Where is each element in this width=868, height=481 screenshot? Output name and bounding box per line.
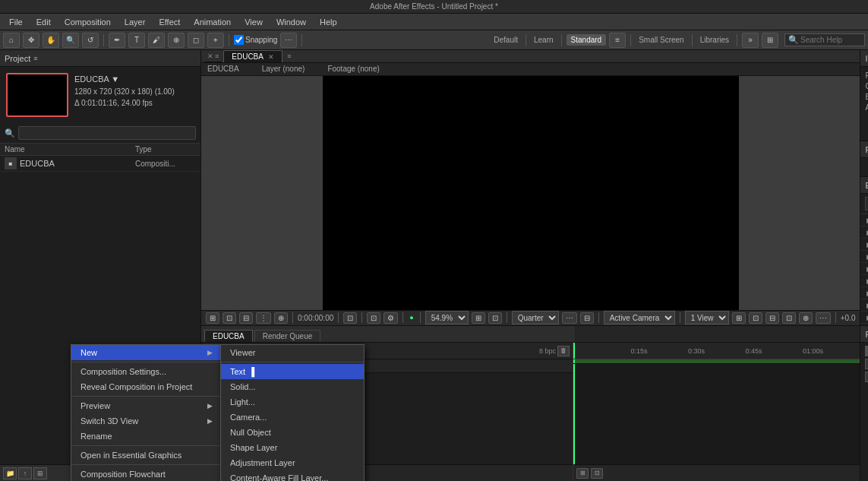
sub-viewer[interactable]: Viewer xyxy=(221,345,364,360)
ctrl-view-select[interactable]: 1 View xyxy=(685,311,729,324)
search-input[interactable] xyxy=(800,36,861,44)
ctrl-zoom-select[interactable]: 54.9% xyxy=(425,311,469,324)
ctrl-preview-btn[interactable]: ⊞ xyxy=(206,312,219,324)
ctrl-res-btn[interactable]: ⊡ xyxy=(488,312,502,324)
standard-label[interactable]: Standard xyxy=(567,34,607,46)
sub-null-object[interactable]: Null Object xyxy=(221,425,364,440)
toolbar-text-btn[interactable]: T xyxy=(128,33,145,48)
ctx-rename[interactable]: Rename xyxy=(71,429,222,444)
toolbar-magnet-btn[interactable]: ⋯ xyxy=(280,33,297,48)
menu-file[interactable]: File xyxy=(3,16,29,28)
import-btn[interactable]: ↑ xyxy=(18,467,32,479)
ctrl-snap-btn[interactable]: ⊕ xyxy=(274,312,288,324)
new-submenu[interactable]: Viewer Text ▌ Solid... Light... Camera..… xyxy=(220,344,365,481)
main-context-menu[interactable]: New ▶ Composition Settings... Reveal Com… xyxy=(71,344,223,481)
sub-shape-layer[interactable]: Shape Layer xyxy=(221,440,364,455)
tab-render-queue[interactable]: Render Queue xyxy=(254,330,321,342)
ctx-preview[interactable]: Preview ▶ xyxy=(71,398,222,413)
toolbar-rotate-btn[interactable]: ↺ xyxy=(82,33,99,48)
menu-animation[interactable]: Animation xyxy=(188,16,237,28)
indent-left-btn[interactable]: ⇤ xyxy=(865,359,868,369)
effect-item-3d[interactable]: ▶ 3D Channel xyxy=(860,226,868,239)
panel-menu-btn[interactable]: ≡ xyxy=(215,52,219,60)
toolbar-hand-btn[interactable]: ✋ xyxy=(43,33,59,48)
libraries-label[interactable]: Libraries xyxy=(697,36,732,44)
ctrl-fit-btn[interactable]: ⊞ xyxy=(472,312,485,324)
tbc-right-btn1[interactable]: ⊞ xyxy=(576,468,589,479)
ctrl-camera-btn[interactable]: ⊡ xyxy=(343,312,357,324)
comp-view-area[interactable] xyxy=(201,76,860,310)
effect-item-channel[interactable]: ▶ Channel xyxy=(860,275,868,287)
learn-label[interactable]: Learn xyxy=(531,36,557,44)
toolbar-ws-btn[interactable]: ≡ xyxy=(609,33,626,48)
sub-text[interactable]: Text ▌ xyxy=(221,364,364,379)
ctx-essential-graphics[interactable]: Open in Essential Graphics xyxy=(71,448,222,463)
toolbar-more-btn[interactable]: » xyxy=(742,33,759,48)
toolbar-move-btn[interactable]: ✥ xyxy=(23,33,39,48)
ctrl-region-btn[interactable]: ⊡ xyxy=(367,312,380,324)
toolbar-eraser-btn[interactable]: ◻ xyxy=(188,33,204,48)
ctrl-canvas-btn[interactable]: ⊟ xyxy=(765,312,779,324)
effect-item-cinema4d[interactable]: ▶ CINEMA 4D xyxy=(860,287,868,299)
ctx-reveal-comp[interactable]: Reveal Composition in Project xyxy=(71,379,222,394)
comp-tab-menu[interactable]: ≡ xyxy=(284,52,294,60)
effect-item-audio[interactable]: ▶ Audio xyxy=(860,239,868,251)
menu-view[interactable]: View xyxy=(238,16,269,28)
effect-item-blur[interactable]: ▶ Blur & Sharpen xyxy=(860,251,868,263)
ctrl-camera-select[interactable]: Active Camera xyxy=(604,311,675,324)
tc-trash-btn[interactable]: 🗑 xyxy=(557,346,570,356)
file-row[interactable]: ■ EDUCBA Compositi... xyxy=(0,156,200,172)
sub-adjustment-layer[interactable]: Adjustment Layer xyxy=(221,455,364,470)
ctrl-quality-select[interactable]: Quarter xyxy=(512,311,559,324)
ctrl-3d-btn[interactable]: ⊡ xyxy=(749,312,762,324)
effect-item-distort[interactable]: ▶ Distort xyxy=(860,312,868,324)
sub-content-aware[interactable]: Content-Aware Fill Layer... xyxy=(221,470,364,481)
comp-tab-educba[interactable]: EDUCBA ✕ xyxy=(223,50,282,62)
sub-light[interactable]: Light... xyxy=(221,394,364,410)
ctx-flowchart[interactable]: Composition Flowchart xyxy=(71,467,222,481)
toolbar-puppet-btn[interactable]: ⌖ xyxy=(207,33,224,48)
toolbar-zoom-btn[interactable]: 🔍 xyxy=(62,33,79,48)
align-left-btn[interactable]: ≡ xyxy=(865,346,868,356)
menu-window[interactable]: Window xyxy=(270,16,312,28)
comp-thumbnail[interactable] xyxy=(6,73,68,117)
ctx-new-item[interactable]: New ▶ xyxy=(71,345,222,360)
ctx-switch-3d[interactable]: Switch 3D View ▶ xyxy=(71,413,222,429)
comp-tab-close[interactable]: ✕ xyxy=(268,53,274,61)
menu-composition[interactable]: Composition xyxy=(58,16,117,28)
menu-layer[interactable]: Layer xyxy=(118,16,152,28)
toolbar-stamp-btn[interactable]: ⊕ xyxy=(168,33,185,48)
space-before-btn[interactable]: ↑ xyxy=(865,372,868,382)
effect-item-boris[interactable]: ▶ Boris FX Mocha xyxy=(860,263,868,275)
sub-solid[interactable]: Solid... xyxy=(221,379,364,394)
toolbar-pen-btn[interactable]: ✒ xyxy=(109,33,125,48)
ctx-comp-settings[interactable]: Composition Settings... xyxy=(71,364,222,379)
tab-educba[interactable]: EDUCBA xyxy=(204,330,253,342)
menu-edit[interactable]: Edit xyxy=(30,16,57,28)
effects-search-input[interactable] xyxy=(865,197,868,210)
ctrl-fast-btn[interactable]: ⋯ xyxy=(562,312,577,324)
ctrl-overlay-btn[interactable]: ⊟ xyxy=(239,312,253,324)
toolbar-ws-icon-btn[interactable]: ⊞ xyxy=(762,33,778,48)
ctrl-grid-btn[interactable]: ⊡ xyxy=(223,312,236,324)
ctrl-auto-btn[interactable]: ⚙ xyxy=(383,312,398,324)
small-screen-label[interactable]: Small Screen xyxy=(636,36,687,44)
ctrl-motion-btn[interactable]: ⊟ xyxy=(580,312,594,324)
project-search-input[interactable] xyxy=(18,126,196,140)
ctrl-share-btn[interactable]: ⊕ xyxy=(799,312,813,324)
menu-help[interactable]: Help xyxy=(314,16,343,28)
new-comp-btn[interactable]: ⊞ xyxy=(33,467,47,479)
effect-item-color[interactable]: ▶ Color Correction xyxy=(860,299,868,312)
new-folder-btn[interactable]: 📁 xyxy=(3,467,17,479)
tbc-right-btn2[interactable]: ⊡ xyxy=(591,468,603,479)
project-menu-icon[interactable]: ≡ xyxy=(33,55,37,62)
ctrl-guide-btn[interactable]: ⋮ xyxy=(256,312,271,324)
effect-item-animation[interactable]: ▶ * Animation Presets xyxy=(860,214,868,226)
ctrl-comp-btn[interactable]: ⊞ xyxy=(732,312,746,324)
toolbar-brush-btn[interactable]: 🖌 xyxy=(148,33,165,48)
ctrl-gpu-btn[interactable]: ⋯ xyxy=(816,312,831,324)
snapping-checkbox[interactable]: Snapping xyxy=(234,35,277,45)
close-panel-btn[interactable]: ✕ xyxy=(207,52,213,60)
menu-effect[interactable]: Effect xyxy=(153,16,186,28)
sub-camera[interactable]: Camera... xyxy=(221,410,364,425)
